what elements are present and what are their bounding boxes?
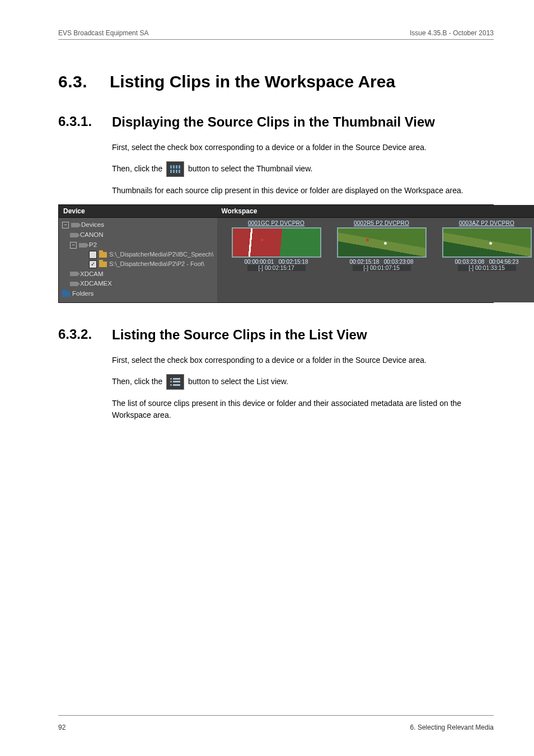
thumbnail-image [442, 227, 532, 258]
thumbnail-item: 0001GC P2 DVCPRO 00:00:00:01 00:02:15:18… [232, 220, 321, 271]
checkbox-unchecked-icon [89, 251, 97, 259]
tree-label: S:\_DispatcherMedia\P2\IBC_Speech\ [109, 250, 214, 259]
thumbnail-item: 0003AZ P2 DVCPRO 00:03:23:08 00:04:56:23… [442, 220, 532, 271]
checkbox-checked-icon: ✓ [89, 260, 97, 268]
tree-node-path-1: S:\_DispatcherMedia\P2\IBC_Speech\ [62, 250, 214, 259]
tree-node-devices: − Devices [62, 220, 214, 230]
folder-icon [62, 291, 70, 297]
thumbnail-title: 0001GC P2 DVCPRO [232, 220, 321, 226]
tree-node-xdcamex: XDCAMEX [62, 279, 214, 289]
tree-node-folders: Folders [62, 289, 214, 299]
page-footer: 92 6. Selecting Relevant Media [58, 724, 494, 731]
list-view-icon [166, 374, 184, 390]
thumbnail-view-icon [166, 161, 184, 177]
thumbnail-title: 0003AZ P2 DVCPRO [442, 220, 532, 226]
thumbnail-item: 0002R5 P2 DVCPRO 00:02:15:18 00:03:23:08… [337, 220, 427, 271]
camera-icon [70, 282, 78, 286]
tree-node-p2: − P2 [62, 240, 214, 250]
device-workspace-figure: Device − Devices CANON − P2 [58, 204, 494, 303]
text-run: Then, click the [112, 164, 165, 173]
camera-icon [70, 272, 78, 276]
paragraph: Then, click the button to select the Thu… [112, 161, 493, 177]
h1-number: 6.3. [58, 72, 87, 91]
workspace-panel: Workspace 0001GC P2 DVCPRO 00:00:00:01 0… [217, 205, 535, 302]
section-6-3-2-heading: 6.3.2. Listing the Source Clips in the L… [58, 326, 494, 343]
page-header: EVS Broadcast Equipment SA Issue 4.35.B … [58, 29, 494, 37]
camera-icon [70, 233, 78, 237]
device-panel-header: Device [59, 205, 217, 218]
tree-label: XDCAM [80, 269, 104, 279]
section-6-3-heading: 6.3. Listing Clips in the Workspace Area [58, 72, 494, 91]
thumbnail-duration: [-] 00:01:33:15 [458, 265, 516, 271]
thumbnail-duration: [-] 00:02:15:17 [247, 265, 306, 271]
thumbnail-timecode: 00:02:15:18 00:03:23:08 [337, 259, 427, 265]
tree-label: XDCAMEX [80, 279, 112, 289]
thumbnail-timecode: 00:00:00:01 00:02:15:18 [232, 259, 321, 265]
footer-section-label: 6. Selecting Relevant Media [410, 724, 494, 731]
h1-text: Listing Clips in the Workspace Area [110, 72, 395, 91]
text-run: button to select the List view. [188, 377, 288, 386]
folder-icon [99, 252, 107, 258]
header-left: EVS Broadcast Equipment SA [58, 29, 148, 37]
h2-text: Displaying the Source Clips in the Thumb… [112, 114, 435, 130]
paragraph: First, select the check box correspondin… [112, 142, 493, 153]
thumbnail-title: 0002R5 P2 DVCPRO [337, 220, 427, 226]
thumbnail-timecode: 00:03:23:08 00:04:56:23 [442, 259, 532, 265]
header-right: Issue 4.35.B - October 2013 [410, 29, 494, 37]
text-run: Then, click the [112, 377, 165, 386]
section-6-3-2-body: First, select the check box correspondin… [112, 354, 493, 421]
text-run: button to select the Thumbnail view. [188, 164, 312, 173]
camera-icon [79, 243, 87, 248]
tree-node-xdcam: XDCAM [62, 269, 214, 279]
paragraph: First, select the check box correspondin… [112, 354, 493, 366]
paragraph: Then, click the button to select the Lis… [112, 374, 493, 390]
thumbnail-duration: [-] 00:01:07:15 [353, 265, 411, 271]
h2-number: 6.3.1. [58, 114, 97, 129]
paragraph: The list of source clips present in this… [112, 398, 493, 421]
camera-icon [71, 223, 79, 227]
workspace-thumbnails: 0001GC P2 DVCPRO 00:00:00:01 00:02:15:18… [217, 218, 535, 274]
h2-text: Listing the Source Clips in the List Vie… [112, 326, 367, 343]
tree-label: P2 [89, 240, 97, 250]
workspace-panel-header: Workspace [217, 205, 535, 218]
tree-label: S:\_DispatcherMedia\P2\P2 - Foot\ [109, 259, 204, 269]
h2-number: 6.3.2. [58, 326, 97, 342]
tree-label: CANON [80, 230, 104, 240]
section-6-3-1-body: First, select the check box correspondin… [112, 142, 493, 197]
tree-label: Folders [72, 289, 93, 299]
folder-icon [99, 262, 107, 267]
footer-page-number: 92 [58, 724, 65, 731]
header-rule [58, 39, 494, 40]
thumbnail-image [337, 227, 427, 258]
paragraph: Thumbnails for each source clip present … [112, 185, 493, 197]
device-panel: Device − Devices CANON − P2 [59, 205, 217, 302]
tree-node-canon: CANON [62, 230, 214, 240]
device-tree: − Devices CANON − P2 S:\_DispatcherMedia… [59, 218, 217, 302]
footer-rule [58, 715, 494, 716]
tree-node-path-2: ✓ S:\_DispatcherMedia\P2\P2 - Foot\ [62, 259, 214, 269]
thumbnail-image [232, 227, 321, 258]
tree-label: Devices [81, 220, 104, 230]
section-6-3-1-heading: 6.3.1. Displaying the Source Clips in th… [58, 114, 494, 130]
footer-rule-wrap [58, 715, 494, 720]
